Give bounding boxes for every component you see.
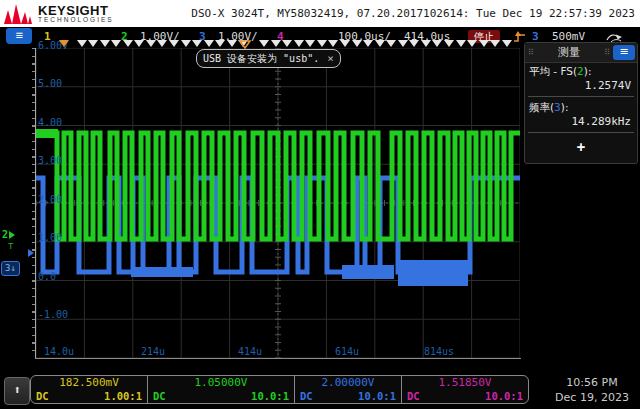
waveform-display — [36, 48, 520, 358]
voltage-axis-label: 4.00 — [38, 117, 62, 128]
search-event-marker-icon — [305, 40, 315, 47]
oscilloscope-screen: KEYSIGHT TECHNOLOGIES DSO-X 3024T, MY580… — [0, 0, 640, 409]
search-event-marker-icon — [157, 40, 167, 47]
measurement-1-value: 1.2574V — [525, 79, 637, 94]
drag-grip-icon[interactable]: ⠿ — [604, 48, 610, 57]
search-event-marker-icon — [456, 40, 466, 47]
header-bar: KEYSIGHT TECHNOLOGIES DSO-X 3024T, MY580… — [0, 0, 640, 27]
divider — [528, 132, 634, 133]
time-axis-label: 214u — [141, 346, 165, 357]
voltage-axis-label: 0.0 — [38, 271, 56, 282]
search-event-marker-icon — [479, 40, 489, 47]
search-event-marker-icon — [328, 40, 338, 47]
channel4-status-box[interactable]: 1.51850VDC10.0:1 — [401, 375, 529, 404]
voltage-axis-label: 1.00 — [38, 232, 62, 243]
channel-offset-value: 182.500mV — [31, 376, 147, 390]
up-arrow-button[interactable]: ⬆ — [4, 377, 30, 405]
search-event-marker-icon — [77, 40, 87, 47]
time-axis-label: 414u — [238, 346, 262, 357]
notification-text: USB 设备安装为 "usb". — [203, 52, 319, 66]
search-event-marker-icon — [169, 40, 179, 47]
channel2-ground-arrow-icon — [9, 231, 15, 239]
channel-offset-value: 1.51850V — [402, 376, 528, 390]
channel2-ground-marker[interactable]: 2 — [2, 229, 15, 240]
channel2-status-box[interactable]: 1.05000VDC10.0:1 — [147, 375, 295, 404]
measurement-1-label[interactable]: 平均 - FS(2): — [525, 63, 637, 79]
coupling-label: DC — [36, 390, 49, 402]
search-event-marker-icon — [271, 40, 281, 47]
coupling-label: DC — [153, 390, 166, 402]
coupling-label: DC — [300, 390, 313, 402]
channel3-ground-marker[interactable]: 3↓ — [1, 261, 20, 276]
search-event-marker-icon — [340, 40, 350, 47]
search-event-marker-icon — [134, 40, 144, 47]
brand-subtitle: TECHNOLOGIES — [38, 17, 114, 24]
channel-coupling-row: DC1.00:1 — [36, 390, 142, 402]
search-event-marker-icon — [192, 40, 202, 47]
search-event-marker-icon — [317, 40, 327, 47]
main-menu-button[interactable]: ≡ — [6, 28, 32, 44]
probe-ratio-label: 1.00:1 — [104, 390, 142, 402]
measurement-2-value: 14.289kHz — [525, 115, 637, 130]
time-axis-label: 14.0u — [44, 346, 74, 357]
keysight-logo: KEYSIGHT TECHNOLOGIES — [4, 2, 114, 26]
voltage-axis-label: 2.00 — [38, 194, 62, 205]
keysight-spark-icon — [4, 2, 34, 26]
search-event-marker-icon — [398, 40, 408, 47]
search-event-marker-icon — [409, 40, 419, 47]
search-event-marker-icon — [467, 40, 477, 47]
search-event-marker-icon — [502, 40, 512, 47]
trigger-level-marker-icon[interactable] — [28, 249, 34, 257]
measurement-2-label[interactable]: 频率(3): — [525, 99, 637, 115]
search-event-marker-icon — [146, 40, 156, 47]
brand-text: KEYSIGHT TECHNOLOGIES — [38, 4, 114, 24]
search-event-marker-icon — [259, 40, 269, 47]
search-event-marker-icon — [386, 40, 396, 47]
search-event-marker-icon — [100, 40, 110, 47]
search-event-marker-icon — [227, 40, 237, 47]
notification-popup: USB 设备安装为 "usb". × — [196, 49, 341, 68]
channel1-status-box[interactable]: 182.500mVDC1.00:1 — [30, 375, 148, 404]
channel3-status-box[interactable]: 2.00000VDC10.0:1 — [294, 375, 402, 404]
bottom-status-bar: ⬆ 182.500mVDC1.00:11.05000VDC10.0:12.000… — [0, 374, 640, 409]
search-event-marker-icon — [204, 40, 214, 47]
bottom-axis-line — [35, 358, 521, 359]
channel-offset-value: 1.05000V — [148, 376, 294, 390]
channel-coupling-row: DC10.0:1 — [153, 390, 289, 402]
search-event-marker-icon — [294, 40, 304, 47]
voltage-axis-label: -1.00 — [38, 309, 68, 320]
search-event-marker-icon — [88, 40, 98, 47]
measurement-panel-header[interactable]: ⠿ 测量 ⠿ ≡ — [525, 43, 637, 63]
add-measurement-button[interactable]: + — [525, 135, 637, 155]
clock-time: 10:56 PM — [548, 375, 636, 390]
notification-close-icon[interactable]: × — [327, 52, 334, 65]
clock-date: Dec 19, 2023 — [548, 390, 636, 405]
voltage-axis-label: 3.00 — [38, 155, 62, 166]
system-title: DSO-X 3024T, MY58032419, 07.20.201710261… — [191, 7, 635, 20]
down-arrow-icon: ↓ — [11, 263, 16, 273]
time-reference-marker-icon — [239, 40, 251, 49]
measurement-panel: ⠿ 测量 ⠿ ≡ 平均 - FS(2): 1.2574V 频率(3): 14.2… — [524, 42, 638, 164]
channel-status-boxes: 182.500mVDC1.00:11.05000VDC10.0:12.00000… — [30, 375, 529, 404]
clock: 10:56 PM Dec 19, 2023 — [548, 375, 636, 405]
voltage-axis-label: 5.00 — [38, 78, 62, 89]
search-event-marker-icon — [363, 40, 373, 47]
search-event-marker-icon — [282, 40, 292, 47]
channel-coupling-row: DC10.0:1 — [407, 390, 523, 402]
time-axis-label: 614u — [335, 346, 359, 357]
drag-grip-icon[interactable]: ⠿ — [528, 48, 534, 57]
search-event-marker-icon — [444, 40, 454, 47]
trigger-position-marker-icon — [59, 40, 69, 47]
time-axis-label: 814us — [424, 346, 454, 357]
search-event-marker-icon — [352, 40, 362, 47]
probe-ratio-label: 10.0:1 — [251, 390, 289, 402]
search-event-marker-icon — [215, 40, 225, 47]
probe-ratio-label: 10.0:1 — [485, 390, 523, 402]
channel-coupling-row: DC10.0:1 — [300, 390, 396, 402]
search-event-marker-icon — [432, 40, 442, 47]
search-event-marker-icon — [111, 40, 121, 47]
search-event-marker-icon — [490, 40, 500, 47]
measurement-menu-button[interactable]: ≡ — [613, 45, 635, 60]
measurement-panel-title: 测量 — [537, 45, 601, 60]
search-event-marker-icon — [123, 40, 133, 47]
